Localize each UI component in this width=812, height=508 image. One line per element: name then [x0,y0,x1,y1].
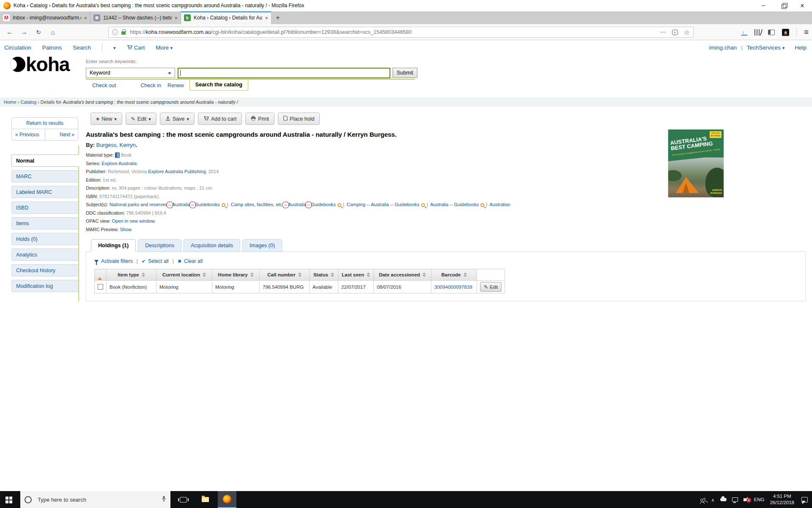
tab-search-the-catalog[interactable]: Search the catalog [189,80,248,91]
microphone-icon[interactable] [162,495,166,504]
taskbar-search[interactable] [20,491,170,508]
task-view-button[interactable] [174,491,192,508]
subject-link[interactable]: Australia [430,202,448,207]
column-status[interactable]: Status [310,269,338,281]
bookmark-star-icon[interactable] [684,28,690,36]
tab-check-in[interactable]: Check in [140,83,161,88]
subject-link[interactable]: Guidebooks [311,202,336,207]
nav-search[interactable]: Search [73,44,91,51]
nav-circulation[interactable]: Circulation [4,44,31,51]
lock-icon[interactable] [121,31,126,35]
onedrive-icon[interactable] [720,498,727,501]
edit-item-button[interactable]: Edit [480,282,502,292]
url-text[interactable]: https://koha.rosewoodfarm.com.au/cgi-bin… [130,29,660,35]
volume-muted-icon[interactable] [743,498,746,501]
nav-library[interactable]: TechServices [747,44,785,51]
pocket-icon[interactable] [672,30,678,35]
save-button[interactable]: Save [160,113,195,125]
subject-link[interactable]: Australian [490,202,510,207]
subject-search-icon[interactable] [337,203,341,207]
column-current-location[interactable]: Current location [156,269,212,281]
nav-help[interactable]: Help [795,44,807,51]
minimize-button[interactable] [754,0,773,11]
sidebar-tab-checkout-history[interactable]: Checkout history [11,264,78,276]
search-type-select[interactable]: Keyword [86,68,175,78]
back-icon[interactable] [4,27,15,37]
select-all-link[interactable]: Select all [148,258,169,264]
tab-acquisition-details[interactable]: Acquisition details [184,239,240,252]
language-indicator[interactable]: ENG [754,497,765,502]
tab-descriptions[interactable]: Descriptions [138,239,181,252]
marc-preview-show-link[interactable]: Show [120,227,132,232]
home-icon[interactable] [47,27,58,37]
sidebar-tab-labeled-marc[interactable]: Labeled MARC [11,186,78,198]
reload-icon[interactable] [33,27,44,37]
subject-search-icon[interactable] [421,203,425,207]
subject-link[interactable]: Australia [371,202,389,207]
url-bar[interactable]: https://koha.rosewoodfarm.com.au/cgi-bin… [108,27,694,38]
catalog-search-input[interactable] [178,68,390,78]
nav-cart[interactable]: Cart [127,44,145,51]
hidden-icons-chevron[interactable] [711,496,714,503]
sidebar-toggle-icon[interactable] [768,30,775,35]
submit-button[interactable]: Submit [392,68,417,78]
network-icon[interactable] [732,497,738,502]
place-hold-button[interactable]: Place hold [278,113,320,125]
tab-images[interactable]: Images (0) [242,239,282,252]
subject-search-icon[interactable] [480,203,484,207]
tab-close-icon[interactable] [174,15,178,21]
sidebar-tab-marc[interactable]: MARC [11,170,78,182]
next-record-link[interactable]: Next » [45,129,78,140]
tab-close-icon[interactable] [84,15,87,21]
firefox-taskbar-button[interactable] [218,491,236,508]
action-center-icon[interactable] [801,497,808,502]
subject-link[interactable]: Guidebooks [395,202,420,207]
browser-tab-gmail[interactable]: M Inbox - iming@rosewoodfarm.c [0,11,91,24]
browser-tab-koha[interactable]: k Koha › Catalog › Details for Au [181,11,272,24]
tab-close-icon[interactable] [265,15,268,21]
column-item-type[interactable]: Item type [107,269,156,281]
tab-check-out[interactable]: Check out [92,83,116,88]
print-button[interactable]: Print [245,113,274,125]
nav-more[interactable]: More [156,44,173,51]
subject-link[interactable]: Camp sites, facilities, etc. [231,202,283,207]
tab-holdings[interactable]: Holdings (1) [91,239,136,252]
clear-all-link[interactable]: Clear all [184,258,203,264]
author-link[interactable]: Burgess, Kerryn [96,142,136,148]
subject-link[interactable]: Guidebooks [195,202,220,207]
close-button[interactable] [793,0,812,11]
publisher-link[interactable]: Explore Australia Publishing [148,169,206,174]
downloads-icon[interactable] [741,29,747,36]
nav-dropdown-caret-icon[interactable] [113,44,116,51]
people-icon[interactable] [700,498,705,501]
breadcrumb-catalog[interactable]: Catalog [20,99,36,105]
subject-search-icon[interactable] [222,203,225,207]
edit-button[interactable]: Edit [126,113,156,125]
subject-link[interactable]: National parks and reserves [110,202,167,207]
nav-username[interactable]: iming.chan [709,44,737,51]
koha-logo[interactable]: koha [10,57,69,72]
start-button[interactable] [0,491,20,508]
nav-patrons[interactable]: Patrons [42,44,62,51]
column-call-number[interactable]: Call number [260,269,310,281]
browser-tab-bugzilla[interactable]: 11442 – Show dashes (--) betwe [91,11,181,24]
sort-column-header[interactable] [95,269,107,281]
barcode-link[interactable]: 30094000097839 [434,284,472,290]
column-home-library[interactable]: Home library [212,269,260,281]
sidebar-tab-analytics[interactable]: Analytics [11,248,78,261]
column-barcode[interactable]: Barcode [431,269,477,281]
breadcrumb-home[interactable]: Home [4,99,16,105]
clock[interactable]: 4:51 PM26/12/2018 [770,493,794,506]
row-checkbox[interactable] [98,284,103,290]
page-actions-icon[interactable] [660,28,666,36]
file-explorer-button[interactable] [196,491,214,508]
column-date-accessioned[interactable]: Date accessioned [374,269,431,281]
activate-filters-link[interactable]: Activate filters [101,258,133,264]
add-to-cart-button[interactable]: Add to cart [198,113,242,125]
amazon-extension-icon[interactable]: a [782,29,789,36]
sidebar-tab-items[interactable]: Items [11,217,78,229]
library-icon[interactable] [754,29,761,36]
forward-icon[interactable] [19,27,30,37]
hamburger-menu-icon[interactable] [804,28,809,37]
new-tab-button[interactable] [272,11,284,24]
